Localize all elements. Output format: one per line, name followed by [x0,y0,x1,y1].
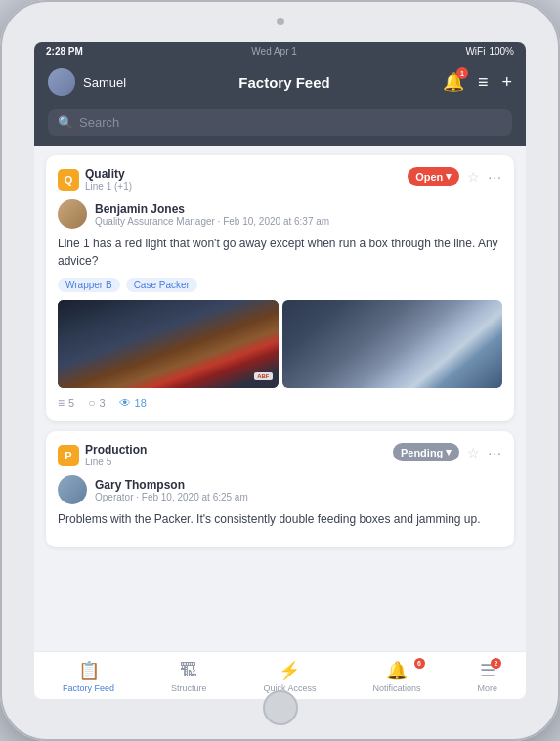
menu-icon: ≡ [478,72,489,92]
chevron-down-icon-2: ▾ [446,446,452,458]
chevron-down-icon: ▾ [446,170,452,183]
avatar[interactable] [48,68,75,96]
category-info-1: Quality Line 1 (+1) [85,167,132,192]
header-title: Factory Feed [238,74,329,91]
tags-row-1: Wrapper B Case Packer [58,278,502,292]
post-text-1: Line 1 has a red light that won't go awa… [58,235,502,270]
post-actions-1: Open ▾ ☆ ··· [408,167,502,186]
post-category-1: Q Quality Line 1 (+1) [58,167,132,192]
search-icon: 🔍 [58,115,73,130]
search-input-wrap: 🔍 [48,109,512,136]
author-name-2: Gary Thompson [95,478,248,492]
category-name-2: Production [85,443,147,457]
search-bar: 🔍 [34,104,526,146]
post-header-1: Q Quality Line 1 (+1) Open ▾ ☆ ·· [58,167,502,192]
stat-views-1: 👁 18 [119,396,147,410]
category-badge-production: P [58,445,79,466]
nav-item-notifications[interactable]: 6 🔔 Notifications [365,660,428,693]
nav-item-quick-access[interactable]: ⚡ Quick Access [255,660,323,693]
header-actions: 🔔 1 ≡ + [443,71,512,93]
author-name-1: Benjamin Jones [95,202,329,216]
notifications-nav-badge: 6 [414,658,425,669]
more-button-1[interactable]: ··· [488,169,502,185]
author-meta-2: Operator · Feb 10, 2020 at 6:25 am [95,492,248,502]
post-author-row-1: Benjamin Jones Quality Assurance Manager… [58,199,502,229]
post-actions-2: Pending ▾ ☆ ··· [393,443,502,461]
comments-count-1: 5 [68,397,74,409]
structure-label: Structure [171,683,207,693]
feed: Q Quality Line 1 (+1) Open ▾ ☆ ·· [34,146,526,651]
factory-feed-icon: 📋 [78,660,100,681]
tag-case-packer[interactable]: Case Packer [126,278,197,292]
header-username: Samuel [83,75,126,90]
notifications-button[interactable]: 🔔 1 [443,71,464,93]
nav-item-factory-feed[interactable]: 📋 Factory Feed [55,660,122,693]
notification-badge: 1 [456,67,468,79]
factory-feed-label: Factory Feed [63,683,114,693]
author-info-1: Benjamin Jones Quality Assurance Manager… [95,202,329,227]
notifications-label: Notifications [372,683,420,693]
author-avatar-1 [58,199,87,229]
category-line-2: Line 5 [85,457,147,467]
status-pending-label: Pending [401,447,443,458]
status-open-label: Open [415,171,443,183]
post-card-2: P Production Line 5 Pending ▾ ☆ · [46,431,514,547]
category-line-1: Line 1 (+1) [85,181,132,192]
post-stats-1: ≡ 5 ○ 3 👁 18 [58,396,502,410]
reactions-icon: ○ [88,396,95,410]
category-name-1: Quality [85,167,132,181]
structure-icon: 🏗 [180,661,197,681]
category-letter-2: P [65,450,71,461]
status-pending-button[interactable]: Pending ▾ [393,443,459,461]
author-avatar-2 [58,475,87,504]
add-button[interactable]: + [501,72,512,93]
wifi-icon: WiFi [465,46,485,57]
more-label: More [477,683,497,693]
post-image-1[interactable]: ABF [58,300,279,388]
battery-icon: 100% [489,46,514,57]
star-button-2[interactable]: ☆ [467,445,480,460]
more-nav-badge: 2 [491,658,501,669]
category-info-2: Production Line 5 [85,443,147,467]
status-open-button[interactable]: Open ▾ [408,167,459,186]
views-count-1: 18 [135,397,147,409]
notifications-nav-icon: 🔔 [386,660,408,681]
stat-comments-1: ≡ 5 [58,396,74,410]
tag-wrapper-b[interactable]: Wrapper B [58,278,120,292]
header: Samuel Factory Feed 🔔 1 ≡ + [34,61,526,104]
search-input[interactable] [79,115,502,130]
tablet-device: 2:28 PM Wed Apr 1 WiFi 100% Samuel Facto… [0,0,560,741]
comments-icon: ≡ [58,396,65,410]
post-image-2[interactable] [282,300,503,388]
nav-item-more[interactable]: 2 ☰ More [469,660,505,693]
views-icon: 👁 [119,396,131,410]
avatar-image [48,68,75,96]
reactions-count-1: 3 [99,397,105,409]
post-card-1: Q Quality Line 1 (+1) Open ▾ ☆ ·· [46,155,514,421]
status-date: Wed Apr 1 [251,46,297,57]
category-letter: Q [65,174,73,186]
post-category-2: P Production Line 5 [58,443,147,467]
home-button[interactable] [263,690,298,725]
post-text-2: Problems with the Packer. It's consisten… [58,510,502,528]
status-icons: WiFi 100% [465,46,514,57]
more-button-2[interactable]: ··· [488,445,502,460]
screen: 2:28 PM Wed Apr 1 WiFi 100% Samuel Facto… [34,42,526,699]
status-bar: 2:28 PM Wed Apr 1 WiFi 100% [34,42,526,61]
star-button-1[interactable]: ☆ [467,169,480,185]
post-author-row-2: Gary Thompson Operator · Feb 10, 2020 at… [58,475,502,504]
camera [277,18,284,25]
category-badge-quality: Q [58,169,79,191]
images-row-1: ABF [58,300,502,388]
status-time-date: 2:28 PM [46,46,83,57]
quick-access-icon: ⚡ [279,660,300,681]
plus-icon: + [501,72,512,92]
post-header-2: P Production Line 5 Pending ▾ ☆ · [58,443,502,467]
nav-item-structure[interactable]: 🏗 Structure [163,661,215,693]
menu-button[interactable]: ≡ [478,72,489,93]
stat-reactions-1: ○ 3 [88,396,105,410]
author-meta-1: Quality Assurance Manager · Feb 10, 2020… [95,216,329,227]
author-info-2: Gary Thompson Operator · Feb 10, 2020 at… [95,478,248,502]
header-left: Samuel [48,68,126,96]
image-logo: ABF [254,372,272,380]
